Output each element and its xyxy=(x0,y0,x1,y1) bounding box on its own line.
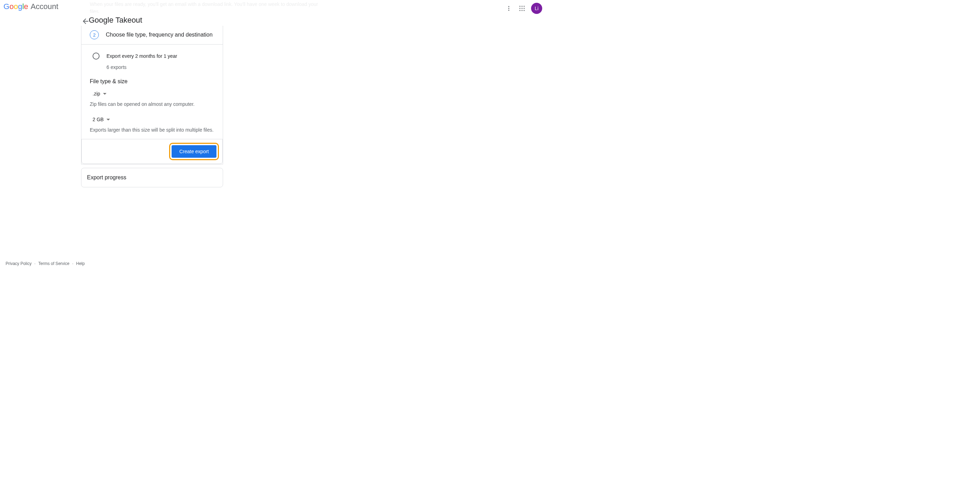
svg-point-4 xyxy=(520,6,520,7)
create-export-button[interactable]: Create export xyxy=(172,145,216,158)
step-footer: Create export xyxy=(81,139,223,164)
svg-point-1 xyxy=(508,6,509,7)
radio-unchecked-icon xyxy=(92,53,100,59)
footer-privacy-link[interactable]: Privacy Policy xyxy=(6,261,32,266)
export-progress-title: Export progress xyxy=(87,174,217,181)
step-body: Export every 2 months for 1 year 6 expor… xyxy=(81,45,223,164)
file-size-value: 2 GB xyxy=(92,117,104,122)
page-header: Google Takeout xyxy=(0,13,546,26)
file-format-value: .zip xyxy=(92,91,100,96)
footer-separator: · xyxy=(35,261,35,266)
footer-separator: · xyxy=(72,261,73,266)
footer-help-link[interactable]: Help xyxy=(76,261,85,266)
main-content: 2 Choose file type, frequency and destin… xyxy=(81,25,223,187)
svg-point-9 xyxy=(524,8,525,9)
svg-point-6 xyxy=(524,6,525,7)
apps-grid-icon xyxy=(519,5,525,11)
step-header: 2 Choose file type, frequency and destin… xyxy=(81,25,223,45)
account-label: Account xyxy=(30,2,59,11)
svg-point-11 xyxy=(522,10,523,11)
file-format-dropdown[interactable]: .zip xyxy=(92,91,215,96)
page-title: Google Takeout xyxy=(89,16,142,25)
top-bar: Google Account Li xyxy=(0,0,546,13)
svg-point-5 xyxy=(522,6,523,7)
svg-point-2 xyxy=(508,8,509,9)
svg-point-12 xyxy=(524,10,525,11)
step-number-badge: 2 xyxy=(90,30,99,39)
user-avatar[interactable]: Li xyxy=(531,3,542,14)
page-footer: Privacy Policy · Terms of Service · Help xyxy=(0,258,546,269)
file-format-helper: Zip files can be opened on almost any co… xyxy=(90,101,215,107)
logo-section[interactable]: Google Account xyxy=(3,2,59,11)
export-progress-card[interactable]: Export progress xyxy=(81,168,223,187)
file-size-dropdown[interactable]: 2 GB xyxy=(92,117,215,122)
google-apps-button[interactable] xyxy=(518,4,526,13)
svg-point-7 xyxy=(520,8,520,9)
radio-export-every-2-months[interactable]: Export every 2 months for 1 year xyxy=(92,51,215,59)
svg-point-8 xyxy=(522,8,523,9)
svg-point-10 xyxy=(520,10,520,11)
more-options-button[interactable] xyxy=(504,4,513,13)
footer-terms-link[interactable]: Terms of Service xyxy=(38,261,69,266)
radio-label: Export every 2 months for 1 year xyxy=(107,53,177,59)
svg-point-3 xyxy=(508,10,509,11)
google-logo: Google xyxy=(3,2,29,11)
highlight-ring: Create export xyxy=(169,143,219,160)
radio-sublabel: 6 exports xyxy=(107,64,215,70)
step-title: Choose file type, frequency and destinat… xyxy=(106,32,213,38)
chevron-down-icon xyxy=(103,93,107,95)
svg-text:Google: Google xyxy=(3,2,28,11)
file-size-helper: Exports larger than this size will be sp… xyxy=(90,127,215,133)
chevron-down-icon xyxy=(107,119,110,121)
vertical-dots-icon xyxy=(506,5,512,11)
file-type-size-heading: File type & size xyxy=(90,78,215,84)
